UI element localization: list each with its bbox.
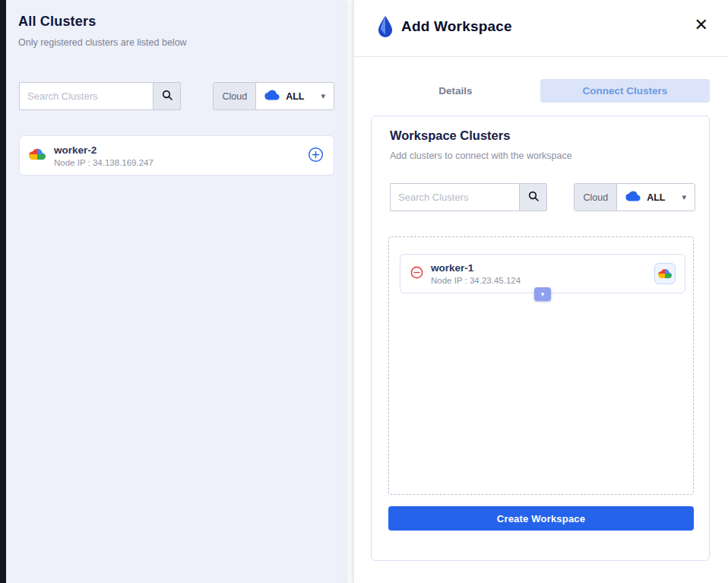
workspace-search-clusters-input[interactable] [390, 183, 519, 211]
page-title: All Clusters [18, 14, 96, 30]
screen: All Clusters Only registered clusters ar… [0, 0, 728, 583]
cluster-name: worker-1 [431, 262, 521, 274]
add-workspace-drawer: Add Workspace ✕ Details Connect Clusters… [353, 0, 728, 583]
add-cluster-button[interactable] [307, 146, 324, 166]
cluster-node-ip: Node IP : 34.23.45.124 [431, 276, 521, 285]
cluster-card-worker-2: worker-2 Node IP : 34.138.169.247 [19, 135, 334, 176]
workspace-cloud-filter-dropdown[interactable]: Cloud ALL ▾ [574, 183, 695, 211]
chevron-down-icon: ▾ [321, 91, 325, 101]
cloud-filter-label: Cloud [214, 83, 256, 109]
clusters-filter-row: Cloud ALL ▾ [19, 82, 334, 110]
cloud-filter-dropdown[interactable]: Cloud ALL ▾ [213, 82, 334, 110]
connected-clusters-drop-zone[interactable]: worker-1 Node IP : 34.23.45.124 [388, 236, 694, 495]
chevron-down-icon: ▾ [541, 290, 545, 298]
workspace-filter-row: Cloud ALL ▾ [390, 183, 695, 211]
collapse-cluster-button[interactable]: ▾ [534, 287, 551, 301]
gcp-cloud-icon [29, 147, 46, 165]
page-subtitle: Only registered clusters are listed belo… [18, 37, 187, 48]
collapsed-sidebar-rail[interactable] [0, 0, 6, 583]
cloud-icon [625, 190, 641, 205]
plus-circle-icon [307, 146, 324, 166]
cloud-filter-value: ALL [286, 91, 304, 102]
all-clusters-panel: All Clusters Only registered clusters ar… [6, 0, 347, 583]
create-workspace-button[interactable]: Create Workspace [388, 506, 694, 531]
drawer-header: Add Workspace ✕ [354, 0, 728, 57]
gcp-cloud-badge [654, 263, 676, 284]
cluster-info: worker-2 Node IP : 34.138.169.247 [54, 144, 154, 167]
cluster-node-ip: Node IP : 34.138.169.247 [54, 158, 154, 167]
remove-cluster-button[interactable] [410, 265, 424, 282]
cloud-filter-label: Cloud [574, 184, 617, 211]
minus-circle-icon [410, 265, 424, 282]
close-icon[interactable]: ✕ [695, 17, 708, 33]
tab-details[interactable]: Details [371, 79, 540, 103]
search-icon [161, 89, 173, 103]
cloud-icon [264, 89, 280, 104]
app-logo-drop-icon [375, 15, 395, 41]
workspace-clusters-title: Workspace Clusters [390, 128, 510, 143]
workspace-search-button[interactable] [519, 183, 547, 211]
panel-scrollbar-track[interactable] [347, 0, 353, 583]
cluster-info: worker-1 Node IP : 34.23.45.124 [431, 262, 521, 285]
search-icon [527, 190, 540, 204]
chevron-down-icon: ▾ [682, 192, 686, 202]
tab-connect-clusters[interactable]: Connect Clusters [540, 79, 710, 103]
drawer-tabs: Details Connect Clusters [371, 79, 710, 103]
search-clusters-input[interactable] [19, 82, 153, 110]
cluster-name: worker-2 [54, 144, 154, 156]
search-button[interactable] [153, 82, 181, 110]
workspace-clusters-card: Workspace Clusters Add clusters to conne… [371, 116, 710, 561]
drawer-title: Add Workspace [401, 18, 512, 35]
workspace-clusters-subtitle: Add clusters to connect with the workspa… [390, 151, 572, 161]
cloud-filter-value: ALL [647, 192, 665, 203]
